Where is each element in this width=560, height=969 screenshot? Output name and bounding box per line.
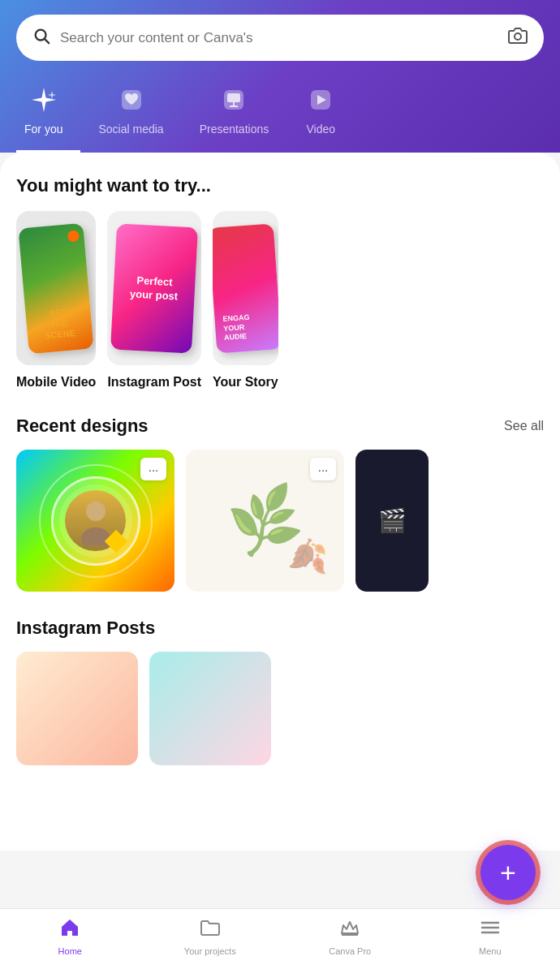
your-story-image: ENGAGYourAudie (213, 211, 278, 365)
header: For you Social media Present (0, 0, 560, 153)
nav-label-projects: Your projects (184, 946, 236, 956)
story-engage-text: ENGAGYourAudie (222, 312, 251, 342)
design-card-1-menu[interactable]: ··· (140, 458, 166, 480)
svg-rect-5 (227, 93, 240, 102)
design3-background: 🎬 (355, 450, 429, 592)
crown-icon (339, 917, 360, 943)
svg-line-1 (45, 39, 49, 43)
recent-section: Recent designs See all (16, 416, 544, 592)
mobile-video-image: SETTHESCENE (16, 211, 96, 365)
home-icon (59, 917, 80, 943)
video-icon (304, 84, 337, 116)
menu-icon (480, 917, 501, 943)
try-card-mobile-video[interactable]: SETTHESCENE (16, 211, 96, 365)
try-label-instagram-post: Instagram Post (107, 375, 201, 390)
try-label-your-story: Your Story (213, 375, 278, 390)
try-card-your-story[interactable]: ENGAGYourAudie (213, 211, 278, 365)
instagram-post-image: Perfectyour post (107, 211, 201, 365)
design-card-2[interactable]: 🌿 🍂 ··· (186, 450, 344, 592)
design-card-1[interactable]: ··· (16, 450, 174, 592)
folder-icon (200, 917, 221, 943)
tab-for-you[interactable]: For you (16, 84, 80, 153)
nav-label-menu: Menu (479, 946, 502, 956)
design3-content: 🎬 (378, 507, 407, 534)
floral-element-2: 🍂 (287, 537, 328, 575)
perfect-post-text: Perfectyour post (130, 273, 179, 304)
search-icon (32, 27, 50, 49)
tab-presentations[interactable]: Presentations (182, 84, 287, 153)
tab-social-media[interactable]: Social media (80, 84, 181, 153)
instagram-preview-2[interactable] (149, 652, 271, 765)
try-cards-container: SETTHESCENE Mobile Video Perfectyour pos… (16, 211, 544, 390)
search-input[interactable] (60, 30, 498, 46)
see-all-link[interactable]: See all (504, 419, 544, 433)
instagram-preview-1[interactable] (16, 652, 138, 765)
try-card-wrap-mobile-video: SETTHESCENE Mobile Video (16, 211, 96, 390)
tab-presentations-label: Presentations (200, 123, 269, 136)
create-fab-button[interactable]: + (480, 845, 536, 900)
search-bar (16, 15, 544, 61)
svg-point-10 (86, 502, 106, 521)
your-story-inner: ENGAGYourAudie (213, 223, 278, 353)
nav-item-menu[interactable]: Menu (462, 917, 519, 956)
orange-circle-decor (67, 230, 80, 242)
camera-icon[interactable] (508, 26, 528, 50)
tab-video[interactable]: Video (286, 84, 355, 153)
try-label-mobile-video: Mobile Video (16, 375, 96, 390)
heart-icon (115, 84, 148, 116)
svg-point-2 (515, 33, 521, 40)
instagram-section: Instagram Posts (16, 618, 544, 765)
fab-plus-icon: + (500, 859, 516, 886)
nav-item-canva-pro[interactable]: Canva Pro (321, 917, 378, 956)
set-the-scene-text: SETTHESCENE (42, 306, 75, 341)
design1-circle (51, 476, 140, 566)
nav-label-home: Home (58, 946, 82, 956)
tab-video-label: Video (306, 123, 335, 136)
try-section: You might want to try... SETTHESCENE Mob… (16, 175, 544, 390)
try-card-instagram-post[interactable]: Perfectyour post (107, 211, 201, 365)
mobile-video-inner: SETTHESCENE (19, 222, 94, 353)
bottom-navigation: Home Your projects Canva Pro Menu (0, 908, 560, 969)
try-card-wrap-instagram-post: Perfectyour post Instagram Post (107, 211, 201, 390)
category-tabs: For you Social media Present (16, 84, 544, 153)
design-card-2-menu[interactable]: ··· (310, 458, 336, 480)
try-section-title: You might want to try... (16, 175, 544, 196)
main-content: You might want to try... SETTHESCENE Mob… (0, 153, 560, 851)
instagram-preview-cards (16, 652, 544, 765)
tab-social-media-label: Social media (98, 123, 163, 136)
sparkle-icon (28, 84, 60, 116)
tab-for-you-label: For you (24, 123, 62, 136)
nav-item-home[interactable]: Home (41, 917, 98, 956)
nav-item-projects[interactable]: Your projects (182, 917, 239, 956)
recent-section-title: Recent designs (16, 416, 149, 437)
instagram-section-title: Instagram Posts (16, 618, 544, 639)
presentation-icon (218, 84, 250, 116)
design-card-3[interactable]: 🎬 (355, 450, 429, 592)
nav-label-canva-pro: Canva Pro (329, 946, 371, 956)
design1-content (51, 476, 140, 566)
recent-section-header: Recent designs See all (16, 416, 544, 437)
design-cards-container: ··· 🌿 🍂 ··· 🎬 (16, 450, 544, 592)
instagram-post-inner: Perfectyour post (110, 223, 198, 353)
try-card-wrap-your-story: ENGAGYourAudie Your Story (213, 211, 278, 390)
